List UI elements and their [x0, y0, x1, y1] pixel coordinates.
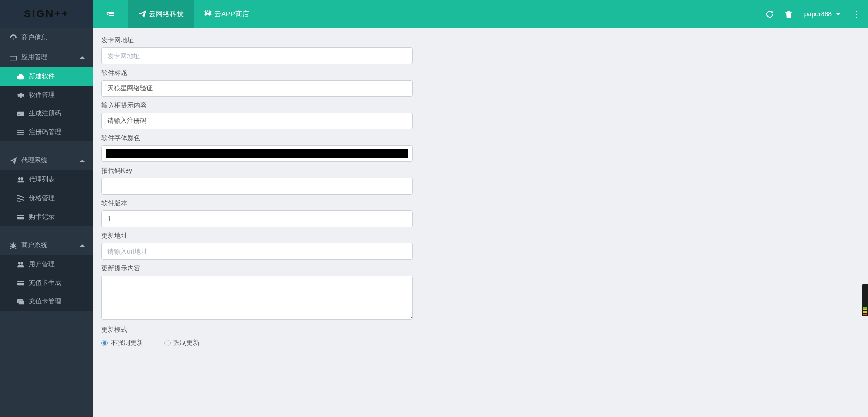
svg-rect-6: [17, 216, 24, 217]
topbar: SIGN++ 云网络科技 云APP商店 paper888 ⋮: [0, 0, 868, 28]
svg-point-7: [11, 243, 15, 248]
input-input-hint[interactable]: [101, 113, 413, 129]
topnav-right: paper888 ⋮: [766, 0, 868, 28]
label-card-url: 发卡网地址: [101, 36, 413, 45]
caret-down-icon: [835, 10, 840, 18]
sidebar-app-manage-label: 应用管理: [21, 53, 47, 61]
svg-rect-15: [18, 300, 24, 304]
sidebar-merchant-system-label: 商户系统: [21, 241, 47, 249]
sidebar-regcode-manage[interactable]: 注册码管理: [0, 123, 93, 141]
radio-no-force[interactable]: 不强制更新: [101, 339, 143, 347]
input-software-title[interactable]: [101, 80, 413, 97]
chevron-up-icon: [80, 157, 85, 164]
svg-rect-12: [17, 282, 24, 283]
sidebar-agent-system[interactable]: 代理系统: [0, 151, 93, 170]
svg-point-8: [12, 242, 14, 244]
indent-icon: [107, 10, 114, 18]
vertical-dots-icon: ⋮: [852, 10, 859, 18]
topnav-cloud-network-label: 云网络科技: [149, 10, 184, 19]
user-menu[interactable]: paper888: [804, 10, 840, 18]
color-swatch: [106, 149, 408, 158]
label-font-color: 软件字体颜色: [101, 134, 413, 142]
dashboard-icon: [10, 34, 17, 41]
input-update-url[interactable]: [101, 243, 413, 260]
username-label: paper888: [804, 10, 832, 18]
sidebar-toggle-button[interactable]: [93, 0, 128, 28]
sidebar-software-manage-label: 软件管理: [29, 91, 55, 99]
dropbox-icon: [204, 10, 212, 18]
list-icon: [17, 129, 24, 136]
sidebar-user-manage[interactable]: 用户管理: [0, 255, 93, 274]
sidebar-gen-regcode-label: 生成注册码: [29, 109, 61, 118]
cog-icon: [17, 92, 24, 99]
input-code-key[interactable]: [101, 178, 413, 195]
paper-plane-icon: [10, 157, 17, 164]
radio-icon: [164, 340, 171, 346]
main-content: 发卡网地址 软件标题 输入框提示内容 软件字体颜色 抽代码Key 软件版本 更新: [93, 28, 868, 417]
users-icon: [17, 176, 24, 183]
sidebar-price-manage[interactable]: 价格管理: [0, 189, 93, 208]
sidebar-regcode-manage-label: 注册码管理: [29, 128, 61, 136]
logo-text: SIGN++: [24, 8, 69, 20]
refresh-icon: [766, 11, 773, 18]
sidebar-purchase-record[interactable]: 购卡记录: [0, 208, 93, 226]
svg-rect-2: [18, 114, 20, 114]
sidebar-purchase-record-label: 购卡记录: [29, 213, 55, 221]
sidebar-merchant-system[interactable]: 商户系统: [0, 235, 93, 255]
logo-box: SIGN++: [0, 0, 93, 28]
sidebar: 商户信息 应用管理 新建软件 软件管理 生成注册码 注册码管理 代理系统 代理列…: [0, 28, 93, 417]
refresh-button[interactable]: [766, 10, 773, 18]
sidebar-software-manage[interactable]: 软件管理: [0, 86, 93, 104]
card-icon: [17, 110, 24, 117]
label-update-mode: 更新模式: [101, 326, 413, 334]
sidebar-new-software-label: 新建软件: [29, 72, 55, 81]
input-card-url[interactable]: [101, 47, 413, 64]
sidebar-agent-list[interactable]: 代理列表: [0, 170, 93, 189]
topnav-app-store[interactable]: 云APP商店: [194, 0, 259, 28]
sidebar-recharge-gen[interactable]: 充值卡生成: [0, 274, 93, 292]
input-version[interactable]: [101, 210, 413, 227]
sidebar-app-manage[interactable]: 应用管理: [0, 47, 93, 67]
sidebar-merchant-info-label: 商户信息: [21, 34, 47, 42]
card-stack-icon: [17, 298, 24, 305]
topnav-cloud-network[interactable]: 云网络科技: [128, 0, 194, 28]
chevron-up-icon: [80, 242, 85, 249]
svg-point-4: [20, 177, 23, 180]
input-font-color[interactable]: [101, 145, 413, 162]
label-software-title: 软件标题: [101, 69, 413, 77]
label-update-hint: 更新提示内容: [101, 264, 413, 273]
svg-rect-0: [10, 56, 16, 60]
label-update-url: 更新地址: [101, 232, 413, 240]
sidebar-recharge-gen-label: 充值卡生成: [29, 279, 61, 287]
sidebar-gen-regcode[interactable]: 生成注册码: [0, 104, 93, 123]
sidebar-price-manage-label: 价格管理: [29, 194, 55, 202]
sidebar-new-software[interactable]: 新建软件: [0, 67, 93, 86]
radio-force[interactable]: 强制更新: [164, 339, 199, 347]
trash-button[interactable]: [785, 10, 792, 18]
sidebar-agent-system-label: 代理系统: [21, 156, 47, 165]
svg-point-3: [18, 177, 20, 180]
perf-widget[interactable]: [862, 284, 868, 316]
more-menu-button[interactable]: ⋮: [852, 10, 859, 18]
card-icon: [17, 214, 24, 221]
cloud-icon: [17, 73, 24, 80]
sidebar-user-manage-label: 用户管理: [29, 260, 55, 269]
topnav: 云网络科技 云APP商店 paper888 ⋮: [93, 0, 868, 28]
textarea-update-hint[interactable]: [101, 276, 413, 320]
window-icon: [10, 54, 17, 61]
radio-group-update-mode: 不强制更新 强制更新: [101, 337, 413, 347]
stripe-icon: [17, 195, 24, 202]
bug-icon: [10, 242, 17, 249]
svg-point-10: [20, 262, 23, 264]
form-new-software: 发卡网地址 软件标题 输入框提示内容 软件字体颜色 抽代码Key 软件版本 更新: [101, 36, 413, 347]
radio-force-label: 强制更新: [173, 339, 199, 347]
card-icon: [17, 280, 24, 287]
sidebar-agent-list-label: 代理列表: [29, 175, 55, 184]
label-version: 软件版本: [101, 199, 413, 208]
svg-point-9: [18, 262, 20, 264]
topnav-app-store-label: 云APP商店: [214, 10, 249, 19]
sidebar-recharge-manage[interactable]: 充值卡管理: [0, 292, 93, 311]
trash-icon: [785, 11, 792, 18]
sidebar-merchant-info[interactable]: 商户信息: [0, 28, 93, 47]
sidebar-recharge-manage-label: 充值卡管理: [29, 297, 61, 306]
